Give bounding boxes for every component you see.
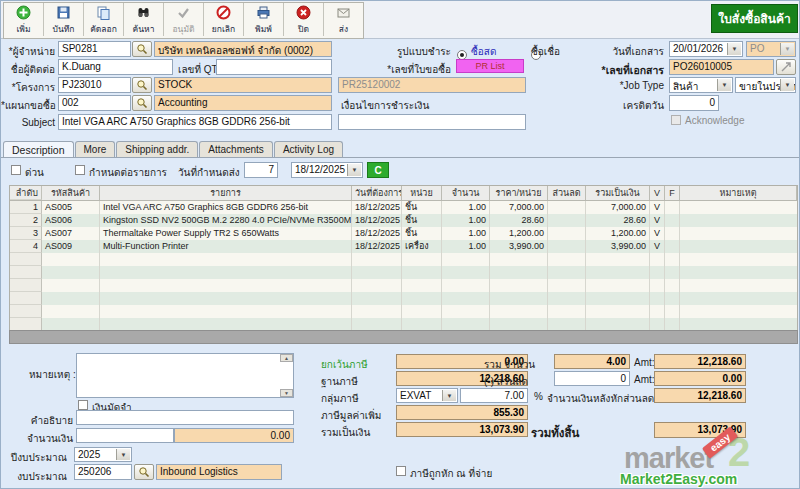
due-date-combo[interactable]: 18/12/2025▼ bbox=[291, 162, 363, 178]
cell-total[interactable]: 1,200.00 bbox=[586, 227, 650, 240]
vendor-search-button[interactable] bbox=[132, 41, 152, 57]
cell-v[interactable]: V bbox=[650, 227, 665, 240]
col-header-code[interactable]: รหัสสินค้า bbox=[42, 186, 100, 200]
subject-input[interactable]: Intel VGA ARC A750 Graphics 8GB GDDR6 25… bbox=[58, 114, 332, 130]
chevron-down-icon[interactable]: ▼ bbox=[347, 164, 361, 176]
cell-desc[interactable]: Intel VGA ARC A750 Graphics 8GB GDDR6 25… bbox=[100, 201, 352, 214]
contact-input[interactable]: K.Duang bbox=[58, 59, 173, 75]
project-code-input[interactable]: PJ23010 bbox=[58, 77, 131, 93]
chevron-down-icon[interactable]: ▼ bbox=[116, 449, 130, 460]
scroll-down-icon[interactable]: ▼ bbox=[280, 389, 293, 397]
scroll-up-icon[interactable]: ▲ bbox=[280, 354, 293, 362]
cell-total[interactable]: 3,990.00 bbox=[586, 240, 650, 253]
cell-desc[interactable]: Thermaltake Power Supply TR2 S 650Watts bbox=[100, 227, 352, 240]
col-header-total[interactable]: รวมเป็นเงิน bbox=[586, 186, 650, 200]
col-header-unit[interactable]: หน่วย bbox=[402, 186, 442, 200]
cell-date[interactable]: 18/12/2025 bbox=[352, 227, 402, 240]
cell-code[interactable]: AS009 bbox=[42, 240, 100, 253]
cell-desc[interactable]: Kingston SSD NV2 500GB M.2 2280 4.0 PCIe… bbox=[100, 214, 352, 227]
qt-input[interactable] bbox=[216, 59, 332, 75]
cell-price[interactable]: 28.60 bbox=[490, 214, 548, 227]
print-button[interactable]: พิมพ์ bbox=[244, 3, 284, 36]
cell-v[interactable]: V bbox=[650, 240, 665, 253]
cell-price[interactable]: 1,200.00 bbox=[490, 227, 548, 240]
cell-date[interactable]: 18/12/2025 bbox=[352, 214, 402, 227]
table-row-empty[interactable] bbox=[10, 279, 797, 292]
table-row-empty[interactable] bbox=[10, 305, 797, 318]
per-item-checkbox[interactable] bbox=[75, 165, 85, 175]
cell-discount[interactable] bbox=[548, 227, 586, 240]
job-type-combo-2[interactable]: ขายในประเทศ▼ bbox=[735, 77, 796, 93]
sum-discount-input[interactable]: 0 bbox=[554, 371, 630, 386]
chevron-down-icon[interactable]: ▼ bbox=[727, 43, 741, 55]
remark-textarea[interactable] bbox=[76, 353, 294, 398]
cell-desc[interactable]: Multi-Function Printer bbox=[100, 240, 352, 253]
per-item-label[interactable]: กำหนดต่อรายการ bbox=[89, 165, 167, 180]
cell-remark[interactable] bbox=[680, 201, 797, 214]
cell-f[interactable] bbox=[665, 201, 680, 214]
add-button[interactable]: เพิ่ม bbox=[4, 3, 44, 36]
table-row[interactable]: 1 AS005 Intel VGA ARC A750 Graphics 8GB … bbox=[10, 201, 797, 214]
wht-checkbox[interactable] bbox=[396, 466, 406, 476]
cell-qty[interactable]: 1.00 bbox=[442, 214, 490, 227]
cell-total[interactable]: 7,000.00 bbox=[586, 201, 650, 214]
cell-qty[interactable]: 1.00 bbox=[442, 240, 490, 253]
cell-total[interactable]: 28.60 bbox=[586, 214, 650, 227]
cell-code[interactable]: AS006 bbox=[42, 214, 100, 227]
cell-price[interactable]: 3,990.00 bbox=[490, 240, 548, 253]
cell-remark[interactable] bbox=[680, 214, 797, 227]
cell-qty[interactable]: 1.00 bbox=[442, 227, 490, 240]
cell-v[interactable]: V bbox=[650, 214, 665, 227]
chevron-down-icon[interactable]: ▼ bbox=[717, 79, 731, 91]
cell-unit[interactable]: ชิ้น bbox=[402, 201, 442, 214]
cell-remark[interactable] bbox=[680, 240, 797, 253]
chevron-down-icon[interactable]: ▼ bbox=[780, 79, 794, 91]
col-header-discount[interactable]: ส่วนลด bbox=[548, 186, 586, 200]
dept-code-input[interactable]: 002 bbox=[58, 95, 131, 111]
cell-f[interactable] bbox=[665, 227, 680, 240]
tab-activity-log[interactable]: Activity Log bbox=[274, 141, 343, 158]
table-row-empty[interactable] bbox=[10, 266, 797, 279]
cell-date[interactable]: 18/12/2025 bbox=[352, 240, 402, 253]
tab-description[interactable]: Description bbox=[3, 141, 74, 158]
cell-discount[interactable] bbox=[548, 214, 586, 227]
deposit-checkbox[interactable] bbox=[78, 400, 88, 410]
job-type-combo-1[interactable]: สินค้า▼ bbox=[669, 77, 733, 93]
col-header-date[interactable]: วันที่ต้องการ bbox=[352, 186, 402, 200]
urgent-checkbox[interactable] bbox=[11, 165, 21, 175]
cell-unit[interactable]: ชิ้น bbox=[402, 227, 442, 240]
project-search-button[interactable] bbox=[132, 77, 152, 93]
credit-days-stepper[interactable]: 0 bbox=[669, 95, 719, 111]
vendor-code-input[interactable]: SP0281 bbox=[58, 41, 131, 57]
cell-discount[interactable] bbox=[548, 240, 586, 253]
close-button[interactable]: ปิด bbox=[284, 3, 324, 36]
tab-shipping-addr[interactable]: Shipping addr. bbox=[116, 141, 198, 158]
search-button[interactable]: ค้นหา bbox=[124, 3, 164, 36]
credit-radio-label[interactable]: ซื้อเชื่อ bbox=[531, 44, 560, 59]
col-header-qty[interactable]: จำนวน bbox=[442, 186, 490, 200]
cell-unit[interactable]: เครื่อง bbox=[402, 240, 442, 253]
amount-input[interactable] bbox=[76, 428, 174, 443]
col-header-price[interactable]: ราคา/หน่วย bbox=[490, 186, 548, 200]
table-row-empty[interactable] bbox=[10, 292, 797, 305]
table-row-empty[interactable] bbox=[10, 253, 797, 266]
urgent-label[interactable]: ด่วน bbox=[25, 165, 44, 180]
table-row[interactable]: 2 AS006 Kingston SSD NV2 500GB M.2 2280 … bbox=[10, 214, 797, 227]
col-header-remark[interactable]: หมายเหตุ bbox=[680, 186, 797, 200]
tab-attachments[interactable]: Attachments bbox=[199, 141, 273, 158]
cell-qty[interactable]: 1.00 bbox=[442, 201, 490, 214]
remark-scrollbar[interactable]: ▲ ▼ bbox=[280, 354, 293, 397]
calendar-c-button[interactable]: C bbox=[367, 162, 389, 178]
col-header-f[interactable]: F bbox=[665, 186, 680, 200]
budget-year-combo[interactable]: 2025▼ bbox=[74, 447, 132, 462]
cell-unit[interactable]: ชิ้น bbox=[402, 214, 442, 227]
send-button[interactable]: ส่ง bbox=[324, 3, 363, 36]
save-button[interactable]: บันทึก bbox=[44, 3, 84, 36]
budget-code-input[interactable]: 250206 bbox=[74, 464, 132, 480]
cell-f[interactable] bbox=[665, 214, 680, 227]
budget-search-button[interactable] bbox=[134, 464, 154, 480]
chevron-down-icon[interactable]: ▼ bbox=[442, 390, 456, 401]
cell-code[interactable]: AS005 bbox=[42, 201, 100, 214]
cell-discount[interactable] bbox=[548, 201, 586, 214]
wht-label[interactable]: ภาษีถูกหัก ณ ที่จ่าย bbox=[410, 466, 492, 481]
